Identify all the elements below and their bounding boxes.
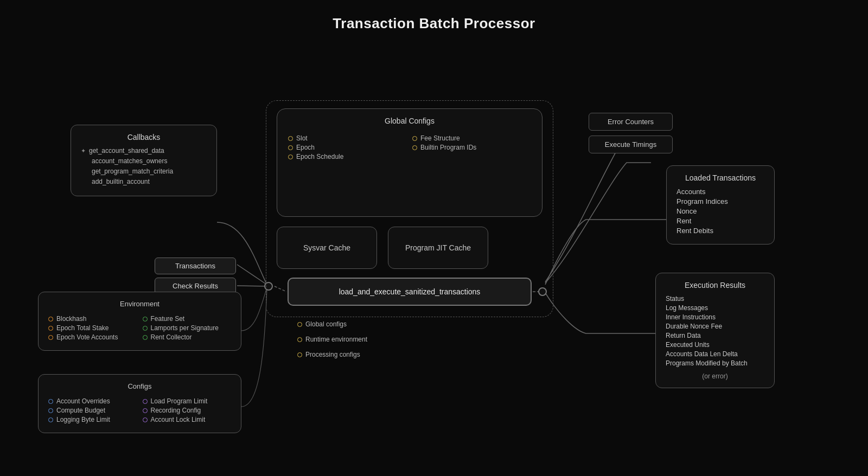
proc-global-configs: Global configs bbox=[297, 320, 367, 328]
cfg-logging-byte: Logging Byte Limit bbox=[48, 416, 137, 423]
er-inner-instructions: Inner Instructions bbox=[666, 313, 764, 321]
gc-epoch: Epoch bbox=[288, 144, 407, 151]
cfg-recording: Recording Config bbox=[143, 407, 232, 414]
callback-item-2: account_matches_owners bbox=[81, 157, 207, 165]
svg-line-1 bbox=[237, 286, 267, 286]
er-status: Status bbox=[666, 295, 764, 303]
env-item-lamports: Lamports per Signature bbox=[143, 324, 232, 332]
proc-runtime-env: Runtime environment bbox=[297, 336, 367, 343]
transactions-button[interactable]: Transactions bbox=[155, 258, 236, 274]
callback-item-4: add_builtin_account bbox=[81, 178, 207, 185]
lt-accounts: Accounts bbox=[676, 188, 764, 196]
env-item-rent-collector: Rent Collector bbox=[143, 333, 232, 341]
lt-nonce: Nonce bbox=[676, 207, 764, 215]
configs-box: Configs Account Overrides Compute Budget… bbox=[38, 374, 241, 433]
gc-fee-structure: Fee Structure bbox=[412, 134, 531, 142]
cfg-account-overrides: Account Overrides bbox=[48, 397, 137, 405]
callback-item-1: ✦ get_account_shared_data bbox=[81, 147, 207, 155]
lt-rent-debits: Rent Debits bbox=[676, 227, 764, 235]
er-executed-units: Executed Units bbox=[666, 341, 764, 349]
callbacks-title: Callbacks bbox=[81, 133, 207, 141]
loaded-transactions-box: Loaded Transactions Accounts Program Ind… bbox=[666, 165, 775, 245]
processing-configs: Global configs Runtime environment Proce… bbox=[297, 319, 367, 360]
gc-slot: Slot bbox=[288, 134, 407, 142]
callbacks-box: Callbacks ✦ get_account_shared_data acco… bbox=[71, 125, 217, 196]
env-item-epoch-vote: Epoch Vote Accounts bbox=[48, 333, 137, 341]
sysvar-cache-box: Sysvar Cache bbox=[277, 227, 377, 269]
svg-line-0 bbox=[237, 265, 267, 285]
er-programs-modified: Programs Modified by Batch bbox=[666, 359, 764, 367]
callback-item-3: get_program_match_criteria bbox=[81, 168, 207, 175]
cfg-account-lock: Account Lock Limit bbox=[143, 416, 232, 423]
er-accounts-data-len: Accounts Data Len Delta bbox=[666, 350, 764, 358]
global-configs-title: Global Configs bbox=[288, 117, 531, 125]
program-jit-cache-box: Program JIT Cache bbox=[388, 227, 488, 269]
env-item-feature-set: Feature Set bbox=[143, 315, 232, 323]
er-footer: (or error) bbox=[666, 372, 764, 380]
er-return-data: Return Data bbox=[666, 332, 764, 339]
main-function-box: load_and_execute_sanitized_transactions bbox=[288, 278, 532, 306]
env-item-blockhash: Blockhash bbox=[48, 315, 137, 323]
page-title: Transaction Batch Processor bbox=[0, 0, 868, 32]
proc-processing-configs: Processing configs bbox=[297, 351, 367, 358]
cfg-compute-budget: Compute Budget bbox=[48, 407, 137, 414]
star-icon: ✦ bbox=[81, 147, 86, 155]
gc-epoch-schedule: Epoch Schedule bbox=[288, 153, 407, 160]
loaded-tx-title: Loaded Transactions bbox=[676, 173, 764, 182]
execute-timings-box: Execute Timings bbox=[589, 136, 673, 153]
configs-title: Configs bbox=[48, 382, 231, 390]
er-log-messages: Log Messages bbox=[666, 304, 764, 312]
er-durable-nonce: Durable Nonce Fee bbox=[666, 323, 764, 330]
env-item-epoch-stake: Epoch Total Stake bbox=[48, 324, 137, 332]
lt-program-indices: Program Indices bbox=[676, 197, 764, 205]
execution-results-box: Execution Results Status Log Messages In… bbox=[655, 273, 775, 388]
lt-rent: Rent bbox=[676, 217, 764, 225]
environment-box: Environment Blockhash Epoch Total Stake … bbox=[38, 292, 241, 351]
environment-title: Environment bbox=[48, 300, 231, 308]
cfg-load-program: Load Program Limit bbox=[143, 397, 232, 405]
error-counters-box: Error Counters bbox=[589, 113, 673, 131]
global-configs-box: Global Configs Slot Epoch Epoch Schedule bbox=[277, 108, 542, 217]
gc-builtin-ids: Builtin Program IDs bbox=[412, 144, 531, 151]
exec-results-title: Execution Results bbox=[666, 281, 764, 290]
